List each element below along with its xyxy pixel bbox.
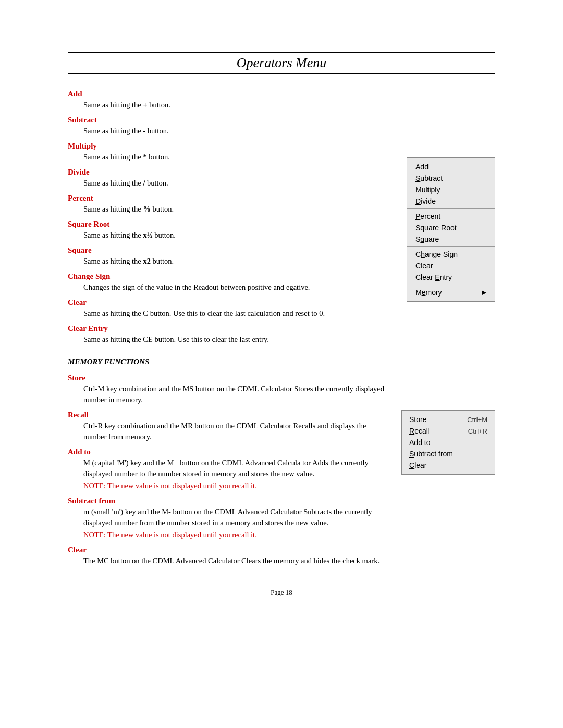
menu-item-subtract[interactable]: Subtract: [407, 172, 495, 184]
term-change-sign: Change Sign: [68, 272, 391, 281]
def-add: Same as hitting the + button.: [83, 100, 391, 110]
menu-divider-2: [407, 246, 495, 247]
operators-list: Add Same as hitting the + button. Subtra…: [68, 84, 391, 346]
def-divide: Same as hitting the / button.: [83, 178, 391, 189]
memory-menu: StoreCtrl+M RecallCtrl+R Add to Subtract…: [401, 410, 495, 475]
term-subtract: Subtract: [68, 116, 391, 125]
def-subtract: Same as hitting the - button.: [83, 126, 391, 137]
page-container: Operators Menu Add Same as hitting the +…: [68, 0, 495, 628]
def-clear: Same as hitting the C button. Use this t…: [83, 308, 391, 319]
def-square-root: Same as hitting the x½ button.: [83, 230, 391, 241]
menu-item-divide[interactable]: Divide: [407, 195, 495, 207]
def-recall: Ctrl-R key combination and the MR button…: [83, 421, 386, 442]
menu-divider-1: [407, 208, 495, 209]
menu-item-multiply[interactable]: Multiply: [407, 184, 495, 195]
memory-menu-clear[interactable]: Clear: [402, 460, 495, 471]
term-subtract-from: Subtract from: [68, 497, 386, 505]
term-multiply: Multiply: [68, 142, 391, 151]
term-divide: Divide: [68, 168, 391, 177]
def-clear-entry: Same as hitting the CE button. Use this …: [83, 334, 391, 345]
def-change-sign: Changes the sign of the value in the Rea…: [83, 282, 391, 293]
menu-item-square[interactable]: Square: [407, 233, 495, 245]
memory-dropdown: StoreCtrl+M RecallCtrl+R Add to Subtract…: [401, 410, 495, 475]
main-content-area: Add Same as hitting the + button. Subtra…: [68, 84, 495, 346]
menu-item-change-sign[interactable]: Change Sign: [407, 249, 495, 260]
menu-item-percent[interactable]: Percent: [407, 211, 495, 222]
term-square: Square: [68, 246, 391, 255]
menu-divider-3: [407, 285, 495, 285]
def-memory-clear: The MC button on the CDML Advanced Calcu…: [83, 556, 386, 566]
term-clear: Clear: [68, 298, 391, 307]
def-square: Same as hitting the x2 button.: [83, 256, 391, 267]
term-add: Add: [68, 90, 391, 98]
def-percent: Same as hitting the % button.: [83, 204, 391, 215]
term-square-root: Square Root: [68, 220, 391, 229]
def-add-to: M (capital 'M') key and the M+ button on…: [83, 458, 386, 479]
term-clear-entry: Clear Entry: [68, 324, 391, 333]
menu-item-square-root[interactable]: Square Root: [407, 222, 495, 233]
page-title: Operators Menu: [68, 55, 495, 71]
operators-dropdown: Add Subtract Multiply Divide Percent Squ…: [407, 157, 495, 302]
menu-item-memory[interactable]: Memory ▶: [407, 287, 495, 298]
term-memory-clear: Clear: [68, 546, 386, 554]
memory-functions-header: MEMORY FUNCTIONS: [68, 357, 495, 366]
term-recall: Recall: [68, 411, 386, 419]
term-add-to: Add to: [68, 448, 386, 456]
menu-item-clear[interactable]: Clear: [407, 260, 495, 272]
def-subtract-from: m (small 'm') key and the M- button on t…: [83, 507, 386, 528]
memory-menu-add-to[interactable]: Add to: [402, 437, 495, 448]
note-add-to: NOTE: The new value is not displayed unt…: [83, 480, 386, 491]
def-multiply: Same as hitting the * button.: [83, 152, 391, 163]
memory-menu-subtract-from[interactable]: Subtract from: [402, 448, 495, 460]
term-store: Store: [68, 374, 386, 382]
term-percent: Percent: [68, 194, 391, 203]
memory-content-area: Store Ctrl-M key combination and the MS …: [68, 368, 495, 567]
menu-item-clear-entry[interactable]: Clear Entry: [407, 272, 495, 283]
memory-functions-section: MEMORY FUNCTIONS Store Ctrl-M key combin…: [68, 357, 495, 567]
memory-menu-recall[interactable]: RecallCtrl+R: [402, 425, 495, 437]
operators-menu: Add Subtract Multiply Divide Percent Squ…: [407, 157, 495, 302]
def-store: Ctrl-M key combination and the MS button…: [83, 384, 386, 405]
menu-item-add[interactable]: Add: [407, 161, 495, 172]
memory-menu-store[interactable]: StoreCtrl+M: [402, 414, 495, 425]
note-subtract-from: NOTE: The new value is not displayed unt…: [83, 529, 386, 540]
title-top-rule: [68, 52, 495, 53]
memory-list: Store Ctrl-M key combination and the MS …: [68, 368, 386, 567]
page-number: Page 18: [68, 588, 495, 597]
title-bottom-rule: [68, 73, 495, 74]
